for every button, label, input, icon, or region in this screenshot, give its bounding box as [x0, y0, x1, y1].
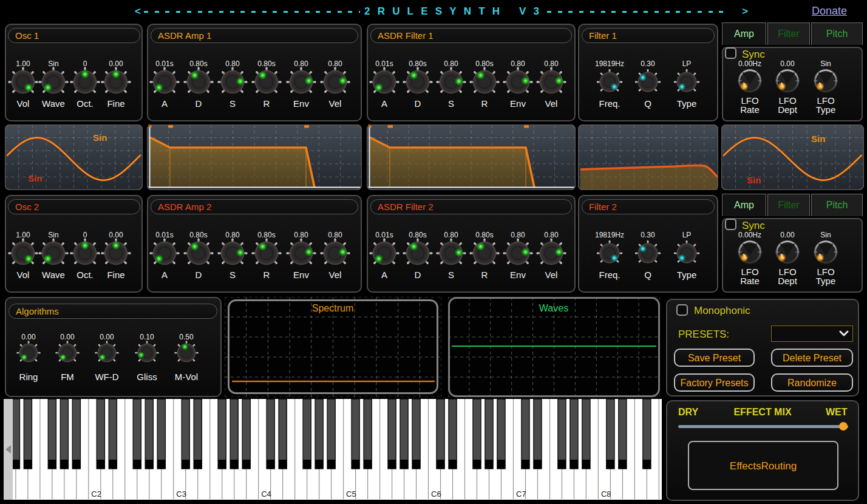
svg-text:C5: C5	[346, 489, 356, 499]
svg-text:C4: C4	[261, 489, 271, 499]
svg-text:C2: C2	[91, 489, 101, 499]
svg-text:Waves: Waves	[539, 303, 568, 313]
svg-text:Sin: Sin	[747, 175, 761, 185]
svg-text:Spectrum: Spectrum	[312, 303, 353, 313]
svg-text:C3: C3	[176, 489, 186, 499]
svg-text:Sin: Sin	[811, 134, 825, 144]
svg-text:Sin: Sin	[93, 132, 107, 143]
svg-text:C8: C8	[601, 489, 611, 499]
svg-text:C7: C7	[516, 489, 526, 499]
svg-text:C6: C6	[431, 489, 441, 499]
svg-text:Sin: Sin	[28, 173, 42, 183]
